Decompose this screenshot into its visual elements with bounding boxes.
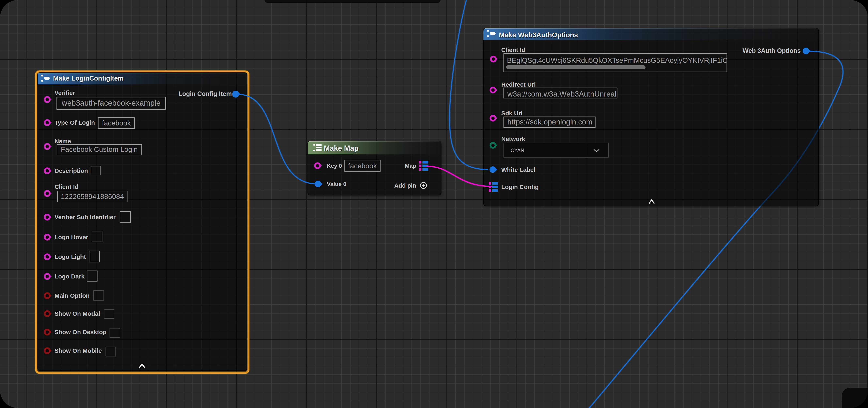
svg-text:Sdk Url: Sdk Url [501, 110, 523, 116]
svg-text:w3a://com.w3a.Web3AuthUnreal: w3a://com.w3a.Web3AuthUnreal [507, 90, 616, 98]
svg-text:Logo Dark: Logo Dark [55, 273, 85, 280]
svg-text:Show On Modal: Show On Modal [55, 310, 100, 317]
svg-text:Redirect Url: Redirect Url [501, 81, 536, 88]
svg-text:Map: Map [405, 163, 416, 169]
svg-text:Type Of Login: Type Of Login [55, 119, 95, 126]
svg-text:White Label: White Label [501, 166, 535, 173]
svg-text:CYAN: CYAN [510, 147, 524, 153]
svg-text:Description: Description [55, 167, 88, 174]
svg-text:Show On Desktop: Show On Desktop [55, 329, 106, 335]
svg-text:Logo Hover: Logo Hover [55, 234, 88, 240]
svg-text:Verifier: Verifier [55, 90, 75, 96]
svg-text:facebook: facebook [348, 162, 377, 170]
svg-text:Name: Name [55, 138, 71, 144]
svg-text:Make Web3AuthOptions: Make Web3AuthOptions [499, 31, 578, 39]
svg-text:Verifier Sub Identifier: Verifier Sub Identifier [55, 214, 116, 220]
svg-text:Facebook Custom Login: Facebook Custom Login [61, 145, 137, 153]
svg-text:Client Id: Client Id [501, 46, 525, 53]
svg-text:Login Config Item: Login Config Item [179, 90, 232, 97]
svg-text:Logo Light: Logo Light [55, 253, 86, 260]
svg-text:Client Id: Client Id [55, 183, 79, 190]
svg-text:Make Map: Make Map [324, 144, 359, 152]
svg-text:BEglQSgt4cUWcj6SKRdu5QkOXTsePm: BEglQSgt4cUWcj6SKRdu5QkOXTsePmMcusG5EAoy… [507, 56, 727, 64]
svg-text:Main Option: Main Option [55, 292, 90, 299]
svg-text:Make LoginConfigItem: Make LoginConfigItem [53, 75, 124, 82]
svg-text:Add pin: Add pin [394, 182, 416, 189]
svg-text:Value 0: Value 0 [327, 181, 346, 187]
svg-text:Show On Mobile: Show On Mobile [55, 347, 102, 354]
svg-text:Login Config: Login Config [501, 183, 539, 190]
svg-text:facebook: facebook [102, 119, 131, 127]
svg-text:Key 0: Key 0 [327, 163, 342, 169]
svg-text:web3auth-facebook-example: web3auth-facebook-example [62, 99, 161, 107]
svg-text:https://sdk.openlogin.com: https://sdk.openlogin.com [507, 118, 592, 126]
svg-text:Network: Network [501, 136, 525, 142]
svg-text:1222658941886084: 1222658941886084 [61, 193, 124, 200]
svg-text:Web 3Auth Options: Web 3Auth Options [743, 47, 801, 54]
